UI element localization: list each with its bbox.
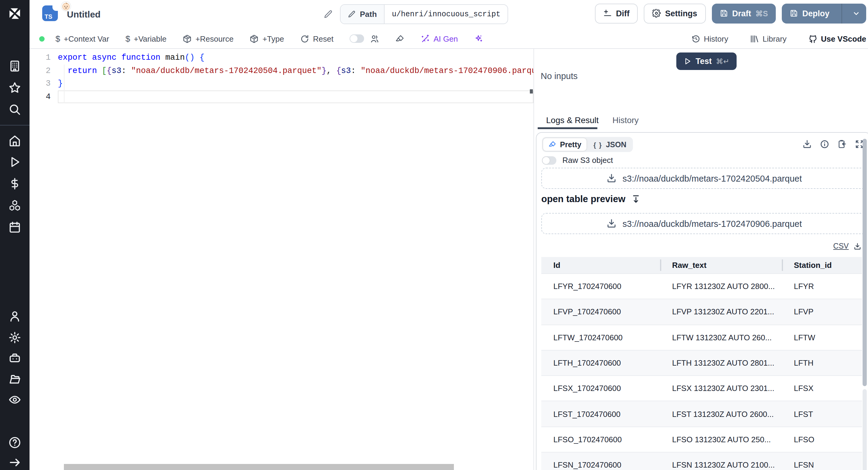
add-type-button[interactable]: +Type	[250, 34, 284, 43]
pane-divider[interactable]	[533, 49, 534, 470]
raw-s3-toggle[interactable]	[542, 156, 556, 165]
result-scrollbar-track[interactable]	[863, 389, 867, 470]
table-row[interactable]: LFTH_1702470600 LFTH 131230Z AUTO 2801..…	[541, 350, 862, 376]
table-row[interactable]: LFST_1702470600 LFST 131230Z AUTO 2600..…	[541, 401, 862, 427]
save-icon	[789, 9, 798, 18]
arrow-down-from-line-icon	[631, 194, 641, 204]
workspace-building-icon[interactable]	[8, 60, 21, 72]
variables-dollar-icon[interactable]	[8, 177, 21, 190]
resources-cubes-icon[interactable]	[8, 199, 21, 212]
draft-button[interactable]: Draft ⌘S	[712, 3, 776, 23]
favorites-star-icon[interactable]	[8, 82, 21, 94]
table-row[interactable]: LFVP_1702470600 LFVP 131230Z AUTO 2201..…	[541, 299, 862, 325]
ai-sparkles-button[interactable]	[474, 34, 483, 43]
user-icon[interactable]	[8, 310, 21, 323]
raw-s3-label: Raw S3 object	[562, 156, 613, 165]
windmill-logo-icon[interactable]	[8, 7, 21, 20]
ai-gen-button[interactable]: AI Gen	[421, 34, 458, 43]
deploy-dropdown-button[interactable]	[846, 3, 866, 23]
sparkles-icon	[474, 34, 483, 43]
folders-icon[interactable]	[8, 373, 21, 385]
topbar: TS Untitled Path u/henri/innocuous_scrip…	[30, 0, 868, 30]
reset-button[interactable]: Reset	[300, 34, 333, 43]
s3-download-button-1[interactable]: s3://noaa/duckdb/metars-1702420504.parqu…	[541, 168, 867, 189]
table-row[interactable]: LFSO_1702470600 LFSO 131230Z AUTO 250...…	[541, 427, 862, 452]
column-header-id[interactable]: Id	[541, 261, 660, 270]
column-header-raw-text[interactable]: Raw_text	[660, 261, 782, 270]
editor-toolbar: $ +Context Var $ +Variable +Resource +Ty…	[30, 29, 868, 49]
file-fold-corner	[53, 5, 58, 11]
add-context-var-button[interactable]: $ +Context Var	[56, 34, 109, 43]
line-number: 3	[30, 77, 58, 90]
search-icon[interactable]	[8, 103, 21, 116]
script-path-field[interactable]: Path u/henri/innocuous_script	[340, 4, 508, 24]
table-row[interactable]: LFSN_1702470600 LFSN 131230Z AUTO 2100..…	[541, 452, 862, 470]
deploy-label: Deploy	[802, 9, 830, 18]
use-vscode-label: Use VScode	[821, 34, 866, 43]
multiplayer-toggle[interactable]	[350, 34, 364, 43]
github-icon	[808, 34, 817, 43]
download-icon[interactable]	[854, 242, 861, 250]
path-value[interactable]: u/henri/innocuous_script	[384, 5, 507, 24]
tab-history[interactable]: History	[613, 115, 639, 125]
editor-horizontal-scrollbar[interactable]	[64, 464, 454, 470]
workers-robot-icon[interactable]	[8, 352, 21, 364]
add-variable-label: +Variable	[134, 34, 167, 43]
result-view-switch: Pretty { } JSON	[542, 137, 633, 152]
csv-export-row: CSV	[833, 242, 861, 251]
json-view-button[interactable]: { } JSON	[588, 138, 632, 151]
result-table: Id Raw_text Station_id LFYR_1702470600 L…	[541, 257, 862, 470]
code-line-1: export async function main() {	[58, 51, 533, 64]
table-row[interactable]: LFSX_1702470600 LFSX 131230Z AUTO 2301..…	[541, 375, 862, 401]
history-button[interactable]: History	[691, 34, 728, 43]
home-icon[interactable]	[8, 135, 21, 147]
deploy-separator	[841, 3, 842, 23]
multiplayer-toggle-group	[350, 34, 379, 43]
collapse-arrow-right-icon[interactable]	[8, 456, 21, 469]
open-table-preview-link[interactable]: open table preview	[541, 194, 641, 205]
active-tab-underline	[538, 127, 597, 129]
code-content[interactable]: export async function main() { return [{…	[58, 51, 533, 103]
diff-label: Diff	[616, 9, 629, 18]
plus-minus-icon	[603, 9, 612, 18]
path-label-segment: Path	[341, 5, 384, 24]
deploy-button[interactable]: Deploy	[782, 3, 837, 23]
code-editor[interactable]: 1 2 3 4 export async function main() { r…	[30, 49, 533, 470]
column-divider[interactable]	[660, 259, 661, 271]
format-button[interactable]	[396, 34, 404, 43]
info-icon[interactable]	[820, 139, 830, 149]
test-button[interactable]: Test ⌘↵	[676, 53, 737, 70]
column-header-station-id[interactable]: Station_id	[782, 261, 862, 270]
s3-download-button-2[interactable]: s3://noaa/duckdb/metars-1702470906.parqu…	[541, 213, 867, 234]
result-scrollbar-thumb[interactable]	[863, 139, 867, 386]
diff-button[interactable]: Diff	[595, 3, 638, 23]
clipboard-copy-icon[interactable]	[837, 139, 847, 149]
pretty-view-button[interactable]: Pretty	[543, 138, 587, 151]
chevron-down-icon	[852, 9, 860, 17]
package-icon	[250, 34, 259, 43]
help-icon[interactable]	[8, 436, 21, 449]
line-number-active: 4	[30, 90, 58, 103]
csv-link[interactable]: CSV	[833, 242, 849, 251]
settings-gear-icon[interactable]	[8, 331, 21, 344]
refresh-icon	[300, 34, 309, 43]
windmill-app: TS Untitled Path u/henri/innocuous_scrip…	[0, 0, 868, 470]
runs-play-icon[interactable]	[8, 156, 21, 168]
download-icon	[607, 173, 617, 183]
edit-pencil-icon[interactable]	[324, 10, 333, 19]
add-resource-button[interactable]: +Resource	[183, 34, 233, 43]
tab-logs-result[interactable]: Logs & Result	[546, 115, 598, 125]
add-resource-label: +Resource	[195, 34, 233, 43]
library-button[interactable]: Library	[750, 34, 786, 43]
draft-label: Draft	[732, 9, 751, 18]
add-variable-button[interactable]: $ +Variable	[125, 34, 166, 43]
table-row[interactable]: LFTW_1702470600 LFTW 131230Z AUTO 260...…	[541, 324, 862, 350]
column-divider[interactable]	[782, 259, 783, 271]
settings-button[interactable]: Settings	[644, 3, 706, 23]
audit-eye-icon[interactable]	[8, 393, 21, 406]
table-row[interactable]: LFYR_1702470600 LFYR 131230Z AUTO 2800..…	[541, 273, 862, 299]
download-icon[interactable]	[802, 139, 812, 149]
schedules-calendar-icon[interactable]	[8, 221, 21, 234]
overview-ruler-mark	[530, 89, 533, 93]
use-vscode-button[interactable]: Use VScode	[808, 34, 866, 43]
